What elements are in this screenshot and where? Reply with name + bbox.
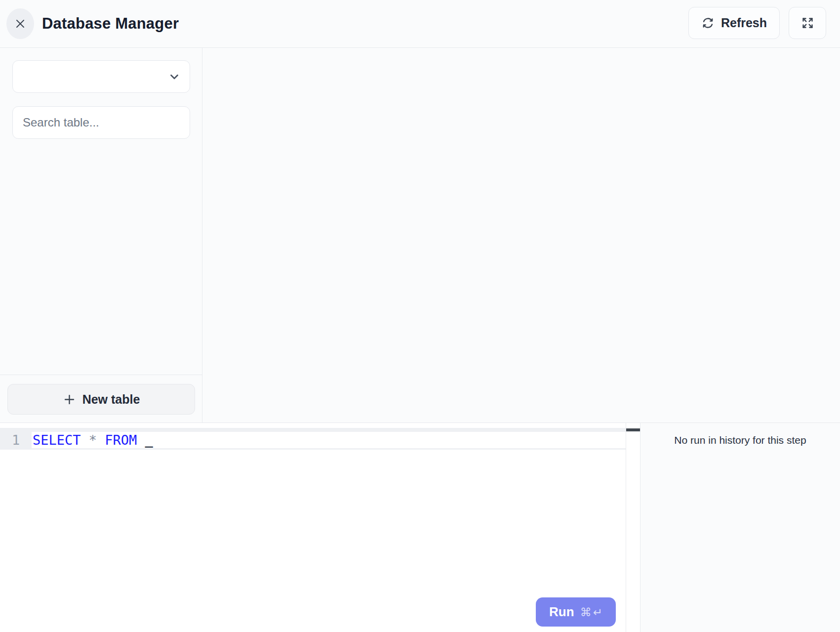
scrollbar-thumb[interactable]	[626, 428, 640, 431]
table-select-dropdown[interactable]	[12, 60, 190, 93]
plus-icon	[63, 393, 76, 406]
close-icon	[14, 18, 26, 30]
text-cursor: _	[145, 432, 153, 448]
query-section: 1 SELECT * FROM _ Run ⌘ ↵ No run in hist…	[0, 422, 840, 632]
table-view-canvas	[202, 48, 840, 422]
run-button-label: Run	[549, 604, 574, 620]
new-table-button[interactable]: New table	[7, 384, 195, 415]
run-shortcut: ⌘ ↵	[580, 606, 602, 619]
sql-editor[interactable]: 1 SELECT * FROM _ Run ⌘ ↵	[0, 423, 626, 632]
header: Database Manager Refresh	[0, 0, 840, 48]
command-key-icon: ⌘	[580, 606, 592, 619]
chevron-down-icon	[168, 70, 181, 83]
page-title: Database Manager	[42, 15, 179, 33]
close-button[interactable]	[6, 8, 34, 39]
sql-code-line[interactable]: SELECT * FROM _	[33, 432, 153, 448]
expand-arrows-icon	[801, 16, 814, 30]
enter-key-icon: ↵	[593, 606, 602, 619]
header-actions: Refresh	[688, 7, 826, 39]
sql-keyword-select: SELECT	[33, 432, 89, 448]
sql-keyword-from: FROM	[105, 432, 145, 448]
main-area: New table	[0, 48, 840, 422]
new-table-button-label: New table	[82, 392, 140, 407]
expand-button[interactable]	[789, 7, 826, 39]
refresh-icon	[701, 16, 715, 30]
history-empty-message: No run in history for this step	[640, 434, 840, 446]
sidebar: New table	[0, 48, 202, 422]
editor-scrollbar[interactable]	[626, 423, 640, 632]
run-history-panel: No run in history for this step	[640, 423, 840, 632]
refresh-button-label: Refresh	[721, 16, 767, 30]
refresh-button[interactable]: Refresh	[688, 7, 780, 39]
line-number: 1	[12, 432, 20, 448]
database-manager-window: Database Manager Refresh	[0, 0, 840, 632]
sidebar-footer: New table	[0, 375, 202, 422]
run-button[interactable]: Run ⌘ ↵	[536, 597, 616, 627]
sql-operator-star: *	[89, 432, 105, 448]
sidebar-controls	[0, 48, 202, 151]
search-table-input[interactable]	[12, 106, 190, 139]
